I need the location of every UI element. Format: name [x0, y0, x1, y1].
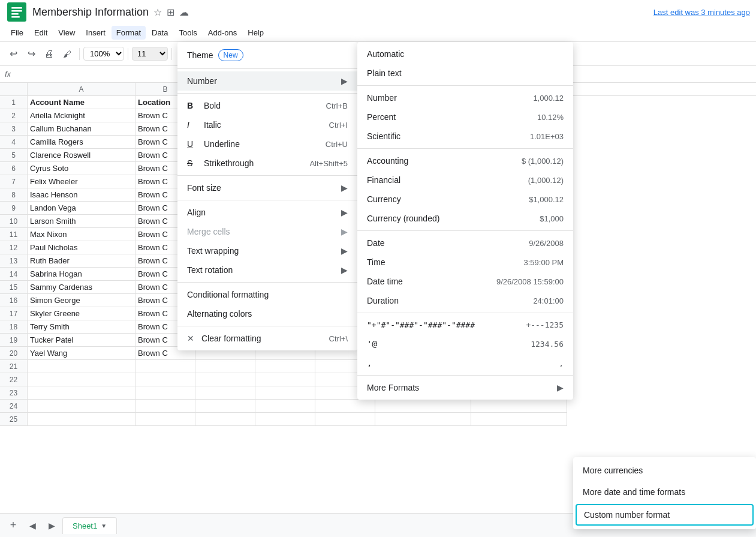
cell-b22[interactable] — [135, 373, 195, 386]
cell-d25[interactable] — [255, 413, 315, 426]
nav-sheet-next[interactable]: ▶ — [43, 517, 60, 534]
format-menu-item-strikethrough[interactable]: S Strikethrough Alt+Shift+5 — [177, 154, 357, 173]
cell-a7[interactable]: Felix Wheeler — [28, 175, 135, 188]
cloud-icon[interactable]: ☁ — [179, 7, 189, 18]
print-button[interactable]: 🖨 — [41, 46, 58, 62]
cell-a5[interactable]: Clarence Roswell — [28, 149, 135, 162]
cell-a23[interactable] — [28, 386, 135, 400]
cell-a14[interactable]: Sabrina Hogan — [28, 268, 135, 281]
cell-b21[interactable] — [135, 360, 195, 373]
format-menu-item-bold[interactable]: B Bold Ctrl+B — [177, 96, 357, 115]
format-menu-item-text-wrapping[interactable]: Text wrapping ▶ — [177, 241, 357, 260]
cell-a24[interactable] — [28, 400, 135, 413]
cell-a18[interactable]: Terry Smith — [28, 320, 135, 334]
number-menu-item-comma-format[interactable]: , , — [357, 353, 573, 373]
cell-a22[interactable] — [28, 373, 135, 386]
cell-b24[interactable] — [135, 400, 195, 413]
col-header-a[interactable]: A — [28, 83, 135, 95]
cell-g25[interactable] — [471, 413, 567, 426]
menu-item-insert[interactable]: Insert — [81, 26, 110, 40]
cell-e24[interactable] — [315, 400, 375, 413]
cell-d22[interactable] — [255, 373, 315, 386]
cell-c21[interactable] — [195, 360, 255, 373]
cell-f24[interactable] — [375, 400, 471, 413]
menu-item-view[interactable]: View — [53, 26, 80, 40]
cell-a2[interactable]: Ariella Mcknight — [28, 109, 135, 122]
cell-a4[interactable]: Camilla Rogers — [28, 136, 135, 149]
number-menu-item-plain-text[interactable]: Plain text — [357, 64, 573, 83]
format-menu-item-font-size[interactable]: Font size ▶ — [177, 178, 357, 197]
cell-a17[interactable]: Skyler Greene — [28, 307, 135, 320]
cell-a3[interactable]: Callum Buchanan — [28, 122, 135, 136]
sheet-tab-sheet1[interactable]: Sheet1 ▼ — [62, 517, 117, 534]
format-menu-item-clear-formatting[interactable]: ✕ Clear formatting Ctrl+\ — [177, 329, 357, 348]
cell-c23[interactable] — [195, 386, 255, 400]
menu-item-file[interactable]: File — [6, 26, 28, 40]
paint-format-button[interactable]: 🖌 — [59, 46, 76, 62]
cell-d24[interactable] — [255, 400, 315, 413]
cell-a6[interactable]: Cyrus Soto — [28, 162, 135, 175]
redo-button[interactable]: ↪ — [23, 46, 40, 62]
cell-a8[interactable]: Isaac Henson — [28, 188, 135, 202]
last-edit[interactable]: Last edit was 3 minutes ago — [653, 8, 750, 17]
more-date-time-item[interactable]: More date and time formats — [573, 481, 756, 503]
menu-item-edit[interactable]: Edit — [29, 26, 52, 40]
number-menu-item-time[interactable]: Time 3:59:00 PM — [357, 253, 573, 272]
cell-a1[interactable]: Account Name — [28, 96, 135, 109]
star-icon[interactable]: ☆ — [153, 7, 162, 18]
cell-a21[interactable] — [28, 360, 135, 373]
number-menu-item-duration[interactable]: Duration 24:01:00 — [357, 291, 573, 310]
menu-item-addons[interactable]: Add-ons — [203, 26, 242, 40]
sheet-tab-dropdown-icon[interactable]: ▼ — [101, 523, 107, 529]
number-menu-item-custom-date-format[interactable]: "+"#"-"###"-"###"-"#### +---1235 — [357, 316, 573, 334]
font-size-select[interactable]: 11 — [132, 47, 168, 61]
format-menu-item-conditional-formatting[interactable]: Conditional formatting — [177, 285, 357, 304]
cell-c25[interactable] — [195, 413, 255, 426]
cell-c22[interactable] — [195, 373, 255, 386]
cell-d21[interactable] — [255, 360, 315, 373]
number-menu-item-scientific[interactable]: Scientific 1.01E+03 — [357, 127, 573, 146]
number-menu-item-currency-rounded[interactable]: Currency (rounded) $1,000 — [357, 209, 573, 228]
cell-a11[interactable]: Max Nixon — [28, 228, 135, 241]
undo-button[interactable]: ↩ — [5, 46, 22, 62]
cell-a16[interactable]: Simon George — [28, 294, 135, 307]
cell-b25[interactable] — [135, 413, 195, 426]
number-menu-item-number[interactable]: Number 1,000.12 — [357, 88, 573, 107]
nav-sheet-prev[interactable]: ◀ — [24, 517, 41, 534]
add-sheet-button[interactable]: + — [5, 517, 22, 534]
cell-c24[interactable] — [195, 400, 255, 413]
move-icon[interactable]: ⊞ — [167, 7, 174, 18]
cell-a13[interactable]: Ruth Bader — [28, 254, 135, 268]
cell-g24[interactable] — [471, 400, 567, 413]
cell-a10[interactable]: Larson Smith — [28, 215, 135, 228]
format-menu-item-underline[interactable]: U Underline Ctrl+U — [177, 134, 357, 154]
number-menu-item-financial[interactable]: Financial (1,000.12) — [357, 170, 573, 190]
cell-a15[interactable]: Sammy Cardenas — [28, 281, 135, 294]
more-currencies-item[interactable]: More currencies — [573, 460, 756, 481]
cell-f25[interactable] — [375, 413, 471, 426]
number-menu-item-date-time[interactable]: Date time 9/26/2008 15:59:00 — [357, 272, 573, 291]
format-menu-item-align[interactable]: Align ▶ — [177, 203, 357, 222]
format-menu-item-number[interactable]: Number ▶ — [177, 71, 357, 91]
cell-a25[interactable] — [28, 413, 135, 426]
format-menu-item-text-rotation[interactable]: Text rotation ▶ — [177, 260, 357, 280]
menu-item-tools[interactable]: Tools — [174, 26, 201, 40]
cell-b23[interactable] — [135, 386, 195, 400]
zoom-select[interactable]: 100% — [83, 47, 124, 61]
number-menu-item-automatic[interactable]: Automatic — [357, 44, 573, 64]
cell-a20[interactable]: Yael Wang — [28, 347, 135, 360]
number-menu-item-more-formats[interactable]: More Formats ▶ — [357, 378, 573, 397]
cell-a12[interactable]: Paul Nicholas — [28, 241, 135, 254]
cell-a19[interactable]: Tucker Patel — [28, 334, 135, 347]
number-menu-item-percent[interactable]: Percent 10.12% — [357, 107, 573, 127]
menu-item-data[interactable]: Data — [147, 26, 173, 40]
number-menu-item-currency[interactable]: Currency $1,000.12 — [357, 190, 573, 209]
number-menu-item-at-format[interactable]: '@ 1234.56 — [357, 334, 573, 353]
custom-number-format-item[interactable]: Custom number format — [576, 504, 754, 526]
number-menu-item-accounting[interactable]: Accounting $ (1,000.12) — [357, 151, 573, 170]
cell-a9[interactable]: Landon Vega — [28, 202, 135, 215]
format-menu-item-alternating-colors[interactable]: Alternating colors — [177, 304, 357, 323]
menu-item-help[interactable]: Help — [243, 26, 269, 40]
cell-e25[interactable] — [315, 413, 375, 426]
cell-d23[interactable] — [255, 386, 315, 400]
